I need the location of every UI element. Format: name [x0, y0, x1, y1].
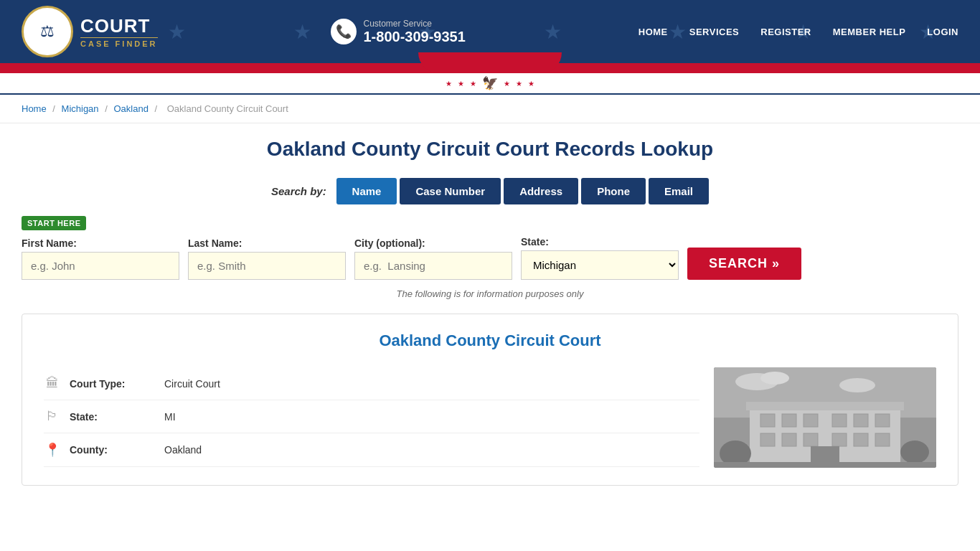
nav-register[interactable]: REGISTER — [760, 27, 811, 37]
city-group: City (optional): — [354, 237, 512, 280]
info-note: The following is for information purpose… — [22, 288, 958, 299]
state-detail-label: State: — [70, 411, 156, 423]
svg-rect-14 — [782, 433, 796, 446]
court-info-box: Oakland County Circuit Court 🏛 Court Typ… — [22, 314, 958, 486]
state-icon: 🏳 — [44, 409, 61, 424]
logo-case-finder-text: CASE FINDER — [80, 37, 158, 48]
svg-rect-11 — [854, 414, 868, 427]
svg-rect-22 — [714, 462, 936, 468]
state-row: 🏳 State: MI — [44, 400, 699, 433]
tab-name[interactable]: Name — [336, 178, 397, 204]
breadcrumb-sep-1: / — [52, 103, 57, 114]
search-by-label: Search by: — [271, 185, 326, 197]
last-name-label: Last Name: — [188, 237, 346, 249]
county-label: County: — [70, 444, 156, 456]
star-right-1: ★ — [504, 80, 510, 88]
state-label: State: — [521, 236, 679, 248]
svg-point-3 — [760, 372, 789, 385]
city-input[interactable] — [354, 252, 512, 280]
county-row: 📍 County: Oakland — [44, 433, 699, 467]
court-photo — [714, 367, 936, 468]
search-form-area: START HERE First Name: Last Name: City (… — [22, 216, 958, 299]
start-here-badge: START HERE — [22, 216, 86, 230]
svg-rect-12 — [875, 414, 890, 427]
last-name-input[interactable] — [188, 252, 346, 280]
svg-rect-6 — [746, 402, 904, 410]
tab-buttons: Name Case Number Address Phone Email — [336, 178, 709, 204]
main-content: Oakland County Circuit Court Records Loo… — [0, 123, 980, 500]
tab-address[interactable]: Address — [504, 178, 578, 204]
svg-rect-8 — [782, 414, 796, 427]
svg-rect-9 — [804, 414, 818, 427]
state-detail-value: MI — [164, 411, 176, 423]
breadcrumb-oakland[interactable]: Oakland — [113, 103, 148, 114]
breadcrumb-sep-2: / — [105, 103, 110, 114]
page-title: Oakland County Circuit Court Records Loo… — [22, 138, 958, 161]
star-right-3: ★ — [528, 80, 534, 88]
court-building-svg — [714, 367, 936, 468]
county-value: Oakland — [164, 444, 202, 456]
eagle-icon: 🦅 — [482, 75, 498, 91]
svg-rect-18 — [875, 433, 890, 446]
svg-rect-13 — [760, 433, 775, 446]
svg-point-4 — [839, 378, 875, 392]
logo-area[interactable]: ⚖ COURT CASE FINDER — [22, 6, 158, 57]
form-row: First Name: Last Name: City (optional): … — [22, 236, 958, 280]
court-icon: ⚖ — [40, 22, 55, 41]
wave-bar — [0, 63, 980, 73]
breadcrumb: Home / Michigan / Oakland / Oakland Coun… — [0, 95, 980, 123]
eagle-center: ★ ★ ★ 🦅 ★ ★ ★ — [446, 75, 534, 91]
state-group: State: Michigan Alabama Alaska Californi… — [521, 236, 679, 280]
svg-rect-10 — [832, 414, 847, 427]
court-info-title: Oakland County Circuit Court — [44, 331, 936, 350]
svg-rect-15 — [804, 433, 818, 446]
tab-case-number[interactable]: Case Number — [400, 178, 501, 204]
first-name-input[interactable] — [22, 252, 179, 280]
nav-home[interactable]: HOME — [639, 27, 668, 37]
last-name-group: Last Name: — [188, 237, 346, 280]
court-type-label: Court Type: — [70, 378, 156, 390]
court-info-inner: 🏛 Court Type: Circuit Court 🏳 State: MI … — [44, 367, 936, 468]
svg-point-21 — [900, 441, 929, 463]
eagle-bar: ★ ★ ★ 🦅 ★ ★ ★ — [0, 73, 980, 95]
court-type-value: Circuit Court — [164, 378, 220, 390]
phone-info: Customer Service 1-800-309-9351 — [364, 19, 466, 45]
search-section: Search by: Name Case Number Address Phon… — [22, 178, 958, 204]
city-label: City (optional): — [354, 237, 512, 249]
court-type-row: 🏛 Court Type: Circuit Court — [44, 367, 699, 400]
svg-rect-16 — [832, 433, 847, 446]
logo-text: COURT CASE FINDER — [80, 15, 158, 48]
main-nav: HOME SERVICES REGISTER MEMBER HELP LOGIN — [639, 27, 958, 37]
logo-circle: ⚖ — [22, 6, 73, 57]
phone-icon: 📞 — [331, 19, 357, 44]
state-select[interactable]: Michigan Alabama Alaska California Flori… — [521, 250, 679, 280]
court-details: 🏛 Court Type: Circuit Court 🏳 State: MI … — [44, 367, 699, 468]
star-left-3: ★ — [470, 80, 476, 88]
tab-email[interactable]: Email — [649, 178, 709, 204]
breadcrumb-home[interactable]: Home — [22, 103, 47, 114]
phone-number: 1-800-309-9351 — [364, 29, 466, 45]
logo-court-text: COURT — [80, 15, 158, 37]
nav-services[interactable]: SERVICES — [689, 27, 740, 37]
star-left-2: ★ — [458, 80, 464, 88]
first-name-group: First Name: — [22, 237, 179, 280]
tab-phone[interactable]: Phone — [581, 178, 646, 204]
breadcrumb-michigan[interactable]: Michigan — [62, 103, 99, 114]
search-button[interactable]: SEARCH » — [687, 248, 801, 280]
customer-service-label: Customer Service — [364, 19, 466, 29]
breadcrumb-sep-3: / — [154, 103, 159, 114]
county-icon: 📍 — [44, 442, 61, 458]
nav-member-help[interactable]: MEMBER HELP — [833, 27, 906, 37]
nav-login[interactable]: LOGIN — [927, 27, 958, 37]
svg-rect-17 — [854, 433, 868, 446]
phone-area: 📞 Customer Service 1-800-309-9351 — [331, 19, 466, 45]
star-right-2: ★ — [516, 80, 522, 88]
breadcrumb-current: Oakland County Circuit Court — [167, 103, 288, 114]
star-left-1: ★ — [446, 80, 452, 88]
court-type-icon: 🏛 — [44, 376, 61, 391]
svg-rect-7 — [760, 414, 775, 427]
first-name-label: First Name: — [22, 237, 179, 249]
